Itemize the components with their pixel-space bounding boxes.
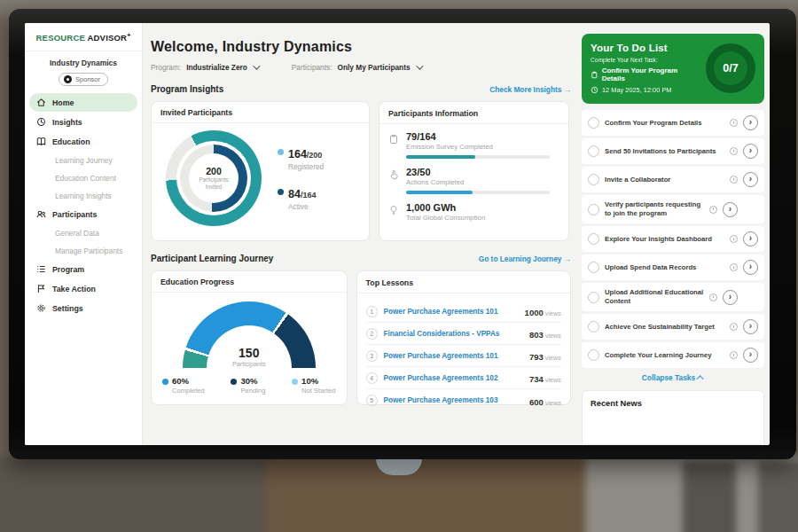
- next-task[interactable]: Confirm Your Program Details: [591, 66, 699, 82]
- rank-badge: 1: [366, 306, 378, 317]
- todo-title: Your To Do List: [591, 43, 699, 53]
- card-title: Participants Information: [388, 109, 559, 118]
- organization-name: Industry Dynamics: [25, 59, 142, 67]
- task-info-icon: [730, 147, 738, 155]
- checkbox[interactable]: [588, 204, 599, 215]
- registered-legend: 164/200 Registered: [278, 145, 324, 171]
- home-icon: [36, 98, 46, 107]
- checkbox[interactable]: [588, 292, 599, 303]
- main-content: Welcome, Industry Dynamics Program: Indu…: [143, 23, 579, 445]
- gear-icon: [36, 303, 46, 313]
- checkbox[interactable]: [588, 349, 599, 361]
- checkbox[interactable]: [588, 233, 599, 245]
- participants-filter-label: Participants:: [292, 63, 332, 72]
- sidebar-item-insights[interactable]: Insights: [29, 113, 137, 131]
- gauge-legend: 60% Completed 30% Pending 10% Not Starte…: [160, 376, 338, 395]
- task-info-icon: [730, 176, 738, 184]
- chevron-down-icon[interactable]: [416, 62, 423, 69]
- recent-news-card: Recent News: [582, 390, 764, 443]
- checkbox[interactable]: [588, 174, 599, 185]
- clock-icon: [591, 86, 598, 94]
- sidebar-item-learning-insights[interactable]: Learning Insights: [29, 187, 137, 204]
- sponsor-badge[interactable]: Sponsor: [59, 73, 108, 86]
- gauge-value: 150: [183, 346, 316, 360]
- sidebar-item-general-data[interactable]: General Data: [29, 224, 137, 241]
- registered-dot: [278, 149, 284, 155]
- todo-item[interactable]: Explore Your Insights Dashboard ›: [582, 226, 764, 252]
- lesson-link[interactable]: Power Purchase Agreements 103: [384, 396, 523, 404]
- app-logo: RESOURCE ADVISOR+: [25, 32, 142, 43]
- sidebar-item-home[interactable]: Home: [29, 93, 137, 112]
- lesson-link[interactable]: Power Purchase Agreements 101: [384, 308, 519, 316]
- go-to-learning-journey-link[interactable]: Go to Learning Journey →: [479, 254, 571, 263]
- education-gauge-chart: 150 Participants: [183, 301, 316, 368]
- task-info-icon: [730, 235, 738, 243]
- recent-news-heading: Recent News: [591, 399, 755, 408]
- chevron-right-button[interactable]: ›: [743, 144, 758, 159]
- sidebar-nav: Home Insights Education Learning Journey…: [25, 93, 142, 317]
- todo-list: Confirm Your Program Details › Send 50 I…: [582, 110, 764, 368]
- lesson-link[interactable]: Power Purchase Agreements 102: [384, 374, 523, 382]
- chevron-down-icon[interactable]: [253, 62, 260, 69]
- completed-legend: 60% Completed: [162, 376, 205, 395]
- sidebar-item-program[interactable]: Program: [29, 260, 137, 278]
- chevron-right-button[interactable]: ›: [743, 231, 758, 246]
- rank-badge: 4: [366, 372, 378, 384]
- sidebar-item-education-content[interactable]: Education Content: [29, 169, 137, 186]
- chevron-right-button[interactable]: ›: [743, 260, 758, 275]
- chevron-right-button[interactable]: ›: [723, 202, 738, 217]
- desk-surface: [266, 457, 594, 532]
- lesson-row[interactable]: 4 Power Purchase Agreements 102 734views: [366, 367, 561, 389]
- checkbox[interactable]: [588, 262, 599, 273]
- todo-item[interactable]: Complete Your Learning Journey ›: [582, 342, 764, 368]
- todo-item[interactable]: Verify participants requesting to join t…: [582, 195, 764, 223]
- program-filter-label: Program:: [151, 63, 181, 72]
- divider: [152, 292, 347, 293]
- participants-information-card: Participants Information 79/164 Emission…: [379, 101, 569, 241]
- check-more-insights-link[interactable]: Check More Insights →: [489, 85, 571, 94]
- chevron-right-button[interactable]: ›: [743, 319, 758, 334]
- top-lessons-card: Top Lessons 1 Power Purchase Agreements …: [356, 270, 571, 405]
- sidebar-item-participants[interactable]: Participants: [29, 205, 137, 223]
- rank-badge: 3: [366, 350, 378, 362]
- todo-item[interactable]: Send 50 Invitations to Participants ›: [582, 138, 764, 164]
- checkbox[interactable]: [588, 321, 599, 332]
- due-date: 12 May 2025, 12:00 PM: [591, 86, 699, 94]
- book-icon: [36, 137, 46, 146]
- todo-item[interactable]: Upload Additional Educational Content ›: [582, 283, 764, 311]
- sidebar-item-education[interactable]: Education: [29, 132, 137, 151]
- background-shadow: [758, 461, 798, 532]
- dashboard-screen: RESOURCE ADVISOR+ Industry Dynamics Spon…: [25, 23, 770, 445]
- participants-filter-value[interactable]: Only My Participants: [337, 63, 410, 72]
- todo-item[interactable]: Achieve One Sustainability Target ›: [582, 314, 764, 340]
- lesson-row[interactable]: 1 Power Purchase Agreements 101 1000view…: [366, 301, 561, 323]
- lesson-link[interactable]: Power Purchase Agreements 101: [384, 352, 523, 360]
- lesson-row[interactable]: 2 Financial Considerations - VPPAs 803vi…: [366, 323, 561, 345]
- chevron-right-button[interactable]: ›: [723, 290, 738, 305]
- checkbox[interactable]: [588, 145, 599, 157]
- room-background-left: [0, 457, 275, 532]
- divider: [379, 123, 568, 124]
- page-title: Welcome, Industry Dynamics: [151, 39, 571, 55]
- program-filter-value[interactable]: Industrialize Zero: [186, 63, 247, 72]
- lesson-row[interactable]: 5 Power Purchase Agreements 103 600views: [366, 389, 561, 411]
- lightbulb-icon: [388, 205, 399, 215]
- sidebar-item-manage-participants[interactable]: Manage Participants: [29, 242, 137, 259]
- chevron-right-button[interactable]: ›: [743, 348, 758, 363]
- chevron-right-button[interactable]: ›: [743, 172, 758, 187]
- sidebar-item-settings[interactable]: Settings: [29, 299, 137, 317]
- lesson-row[interactable]: 3 Power Purchase Agreements 101 793views: [366, 345, 561, 367]
- task-info-icon: [730, 351, 738, 359]
- todo-item[interactable]: Invite a Collaborator ›: [582, 167, 764, 192]
- chevron-right-button[interactable]: ›: [743, 115, 758, 130]
- checkbox[interactable]: [588, 117, 599, 129]
- sidebar-item-take-action[interactable]: Take Action: [29, 279, 137, 298]
- active-dot: [278, 189, 284, 195]
- todo-item[interactable]: Upload Spend Data Records ›: [582, 254, 764, 280]
- lesson-link[interactable]: Financial Considerations - VPPAs: [384, 330, 523, 338]
- todo-item[interactable]: Confirm Your Program Details ›: [582, 110, 764, 136]
- emission-progress-bar: [406, 155, 550, 159]
- collapse-tasks-link[interactable]: Collapse Tasks: [582, 373, 764, 382]
- sidebar-item-learning-journey[interactable]: Learning Journey: [29, 152, 137, 168]
- task-info-icon: [709, 206, 717, 214]
